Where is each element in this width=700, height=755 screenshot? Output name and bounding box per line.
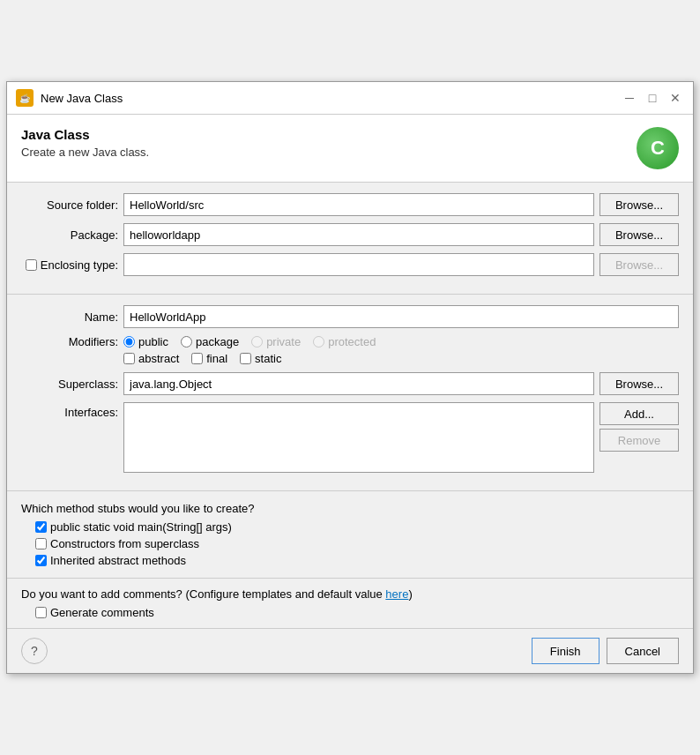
modifier-abstract-checkbox[interactable] [123,353,135,364]
stubs-section: Which method stubs would you like to cre… [7,491,693,579]
stubs-title: Which method stubs would you like to cre… [21,502,679,515]
enclosing-type-browse-button[interactable]: Browse... [599,253,679,276]
stub-main-checkbox[interactable] [35,521,47,533]
java-logo: C [637,127,679,169]
generate-comments-text: Generate comments [50,606,154,619]
modifier-public-radio[interactable] [123,336,135,348]
source-folder-label: Source folder: [21,198,118,212]
stub-inherited-checkbox[interactable] [35,555,47,566]
stub-main-method[interactable]: public static void main(String[] args) [35,520,679,534]
modifier-package-radio[interactable] [181,336,192,348]
name-label: Name: [21,310,118,324]
package-browse-button[interactable]: Browse... [599,223,679,246]
interfaces-buttons: Add... Remove [599,402,679,452]
page-description: Create a new Java class. [21,146,149,159]
superclass-label: Superclass: [21,378,118,391]
footer: ? Finish Cancel [7,628,693,673]
comments-link[interactable]: here [385,587,408,601]
source-folder-input[interactable] [123,193,594,216]
title-bar: ☕ New Java Class ─ □ ✕ [7,82,693,115]
new-java-class-dialog: ☕ New Java Class ─ □ ✕ Java Class Create… [6,81,694,674]
modifier-private-radio[interactable] [251,336,263,348]
dialog-title: New Java Class [41,92,614,105]
source-folder-browse-button[interactable]: Browse... [599,193,679,216]
superclass-input[interactable] [123,372,594,395]
interfaces-remove-button[interactable]: Remove [599,429,679,452]
page-heading: Java Class [21,127,149,142]
cancel-button[interactable]: Cancel [607,638,679,664]
comments-title: Do you want to add comments? (Configure … [21,587,679,601]
package-label: Package: [21,228,118,242]
package-input[interactable] [123,223,594,246]
modifier-abstract[interactable]: abstract [123,352,179,365]
name-row: Name: [21,305,679,328]
enclosing-type-input[interactable] [123,253,594,276]
comments-suffix: ) [408,587,412,601]
modifiers-label: Modifiers: [21,335,118,348]
generate-comments-checkbox[interactable] [35,607,47,618]
comments-section: Do you want to add comments? (Configure … [7,579,693,628]
name-input[interactable] [123,305,679,328]
modifier-package[interactable]: package [181,335,239,348]
footer-buttons: Finish Cancel [532,638,679,664]
modifier-protected-radio[interactable] [313,336,324,348]
modifier-private[interactable]: private [251,335,301,348]
finish-button[interactable]: Finish [532,638,599,664]
enclosing-type-label-wrapper: Enclosing type: [21,258,118,272]
superclass-row: Superclass: Browse... [21,372,679,395]
header-text: Java Class Create a new Java class. [21,127,149,159]
modifier-static-checkbox[interactable] [240,353,251,364]
modifier-protected[interactable]: protected [313,335,376,348]
interfaces-textarea[interactable] [123,402,594,473]
source-folder-row: Source folder: Browse... [21,193,679,216]
enclosing-type-label: Enclosing type: [41,258,118,272]
modifier-static[interactable]: static [240,352,281,365]
title-controls: ─ □ ✕ [621,89,684,107]
modifier-final-checkbox[interactable] [191,353,203,364]
comments-prefix: Do you want to add comments? (Configure … [21,587,385,601]
modifiers-row: Modifiers: public package private protec… [21,335,679,365]
modifier-public[interactable]: public [123,335,168,348]
stub-constructors[interactable]: Constructors from superclass [35,537,679,550]
generate-comments-row: Generate comments [35,606,679,619]
interfaces-label: Interfaces: [21,402,118,419]
stubs-items: public static void main(String[] args) C… [35,520,679,567]
modifier-final[interactable]: final [191,352,227,365]
superclass-browse-button[interactable]: Browse... [599,372,679,395]
modifiers-container: public package private protected abstrac… [123,335,376,365]
enclosing-type-row: Enclosing type: Browse... [21,253,679,276]
header-section: Java Class Create a new Java class. C [7,115,693,183]
dialog-icon: ☕ [16,89,34,107]
stub-constructors-checkbox[interactable] [35,538,47,549]
close-button[interactable]: ✕ [666,89,684,107]
class-details-section: Name: Modifiers: public package private [7,295,693,491]
modifiers-row1: public package private protected [123,335,376,348]
enclosing-type-checkbox[interactable] [26,259,37,271]
minimize-button[interactable]: ─ [621,89,638,107]
generate-comments-label[interactable]: Generate comments [35,606,679,619]
interfaces-row: Interfaces: Add... Remove [21,402,679,473]
package-row: Package: Browse... [21,223,679,246]
stub-inherited[interactable]: Inherited abstract methods [35,554,679,567]
source-form-section: Source folder: Browse... Package: Browse… [7,183,693,295]
maximize-button[interactable]: □ [644,89,661,107]
modifiers-row2: abstract final static [123,352,376,365]
help-button[interactable]: ? [21,638,48,664]
interfaces-add-button[interactable]: Add... [599,402,679,425]
